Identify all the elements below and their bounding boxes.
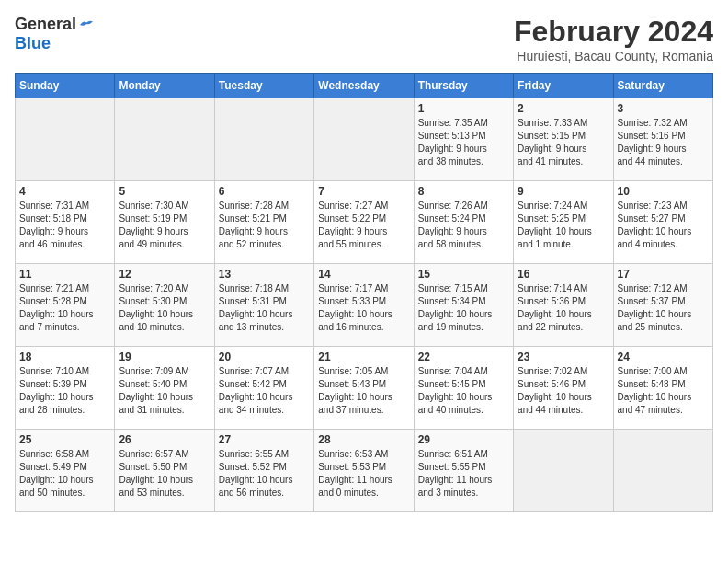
day-number: 24 <box>618 350 709 363</box>
logo: General Blue <box>15 15 95 53</box>
calendar-cell: 10Sunrise: 7:23 AM Sunset: 5:27 PM Dayli… <box>613 181 712 264</box>
calendar-cell: 13Sunrise: 7:18 AM Sunset: 5:31 PM Dayli… <box>214 264 313 347</box>
calendar-cell: 3Sunrise: 7:32 AM Sunset: 5:16 PM Daylig… <box>613 98 712 181</box>
calendar-cell: 9Sunrise: 7:24 AM Sunset: 5:25 PM Daylig… <box>514 181 613 264</box>
weekday-header: Thursday <box>414 74 513 98</box>
day-info: Sunrise: 6:55 AM Sunset: 5:52 PM Dayligh… <box>219 448 310 500</box>
day-number: 26 <box>119 433 210 446</box>
calendar-cell: 11Sunrise: 7:21 AM Sunset: 5:28 PM Dayli… <box>16 264 115 347</box>
day-info: Sunrise: 7:26 AM Sunset: 5:24 PM Dayligh… <box>418 200 509 251</box>
weekday-header: Wednesday <box>314 74 414 98</box>
calendar-title: February 2024 <box>514 15 713 49</box>
calendar-cell <box>214 98 313 181</box>
day-info: Sunrise: 7:21 AM Sunset: 5:28 PM Dayligh… <box>19 282 110 334</box>
day-number: 10 <box>618 185 709 198</box>
day-number: 25 <box>19 433 110 446</box>
calendar-cell: 4Sunrise: 7:31 AM Sunset: 5:18 PM Daylig… <box>16 181 115 264</box>
day-info: Sunrise: 7:35 AM Sunset: 5:13 PM Dayligh… <box>418 117 509 168</box>
calendar-cell: 24Sunrise: 7:00 AM Sunset: 5:48 PM Dayli… <box>613 347 712 430</box>
calendar-cell: 5Sunrise: 7:30 AM Sunset: 5:19 PM Daylig… <box>115 181 214 264</box>
weekday-header: Monday <box>115 74 214 98</box>
day-info: Sunrise: 7:12 AM Sunset: 5:37 PM Dayligh… <box>618 282 709 334</box>
calendar-week-row: 25Sunrise: 6:58 AM Sunset: 5:49 PM Dayli… <box>16 430 713 512</box>
calendar-cell <box>115 98 214 181</box>
calendar-cell: 20Sunrise: 7:07 AM Sunset: 5:42 PM Dayli… <box>214 347 313 430</box>
day-number: 20 <box>219 350 310 363</box>
day-number: 6 <box>219 185 310 198</box>
calendar-week-row: 4Sunrise: 7:31 AM Sunset: 5:18 PM Daylig… <box>16 181 713 264</box>
day-number: 16 <box>518 268 609 281</box>
day-info: Sunrise: 6:57 AM Sunset: 5:50 PM Dayligh… <box>119 448 210 500</box>
day-info: Sunrise: 7:18 AM Sunset: 5:31 PM Dayligh… <box>219 282 310 334</box>
calendar-cell: 17Sunrise: 7:12 AM Sunset: 5:37 PM Dayli… <box>613 264 712 347</box>
day-number: 9 <box>518 185 609 198</box>
calendar-cell: 27Sunrise: 6:55 AM Sunset: 5:52 PM Dayli… <box>214 430 313 512</box>
day-info: Sunrise: 7:07 AM Sunset: 5:42 PM Dayligh… <box>219 365 310 417</box>
calendar-cell: 7Sunrise: 7:27 AM Sunset: 5:22 PM Daylig… <box>314 181 414 264</box>
day-info: Sunrise: 7:20 AM Sunset: 5:30 PM Dayligh… <box>119 282 210 334</box>
day-info: Sunrise: 6:51 AM Sunset: 5:55 PM Dayligh… <box>418 448 509 500</box>
day-number: 17 <box>618 268 709 281</box>
day-number: 15 <box>418 268 509 281</box>
calendar-cell: 22Sunrise: 7:04 AM Sunset: 5:45 PM Dayli… <box>414 347 513 430</box>
day-info: Sunrise: 7:28 AM Sunset: 5:21 PM Dayligh… <box>219 200 310 251</box>
weekday-header: Tuesday <box>214 74 313 98</box>
day-number: 4 <box>19 185 110 198</box>
day-info: Sunrise: 7:27 AM Sunset: 5:22 PM Dayligh… <box>318 200 409 251</box>
calendar-cell: 25Sunrise: 6:58 AM Sunset: 5:49 PM Dayli… <box>16 430 115 512</box>
day-info: Sunrise: 7:14 AM Sunset: 5:36 PM Dayligh… <box>518 282 609 334</box>
day-info: Sunrise: 7:04 AM Sunset: 5:45 PM Dayligh… <box>418 365 509 417</box>
day-info: Sunrise: 7:00 AM Sunset: 5:48 PM Dayligh… <box>618 365 709 417</box>
logo-bird-icon <box>78 18 95 31</box>
day-info: Sunrise: 7:05 AM Sunset: 5:43 PM Dayligh… <box>318 365 409 417</box>
day-number: 22 <box>418 350 509 363</box>
calendar-cell: 28Sunrise: 6:53 AM Sunset: 5:53 PM Dayli… <box>314 430 414 512</box>
day-info: Sunrise: 6:53 AM Sunset: 5:53 PM Dayligh… <box>318 448 409 500</box>
weekday-header: Saturday <box>613 74 712 98</box>
day-number: 5 <box>119 185 210 198</box>
calendar-cell: 1Sunrise: 7:35 AM Sunset: 5:13 PM Daylig… <box>414 98 513 181</box>
day-number: 28 <box>318 433 409 446</box>
day-info: Sunrise: 7:23 AM Sunset: 5:27 PM Dayligh… <box>618 200 709 251</box>
day-info: Sunrise: 7:30 AM Sunset: 5:19 PM Dayligh… <box>119 200 210 251</box>
day-number: 8 <box>418 185 509 198</box>
calendar-cell: 8Sunrise: 7:26 AM Sunset: 5:24 PM Daylig… <box>414 181 513 264</box>
day-number: 12 <box>119 268 210 281</box>
day-info: Sunrise: 7:02 AM Sunset: 5:46 PM Dayligh… <box>518 365 609 417</box>
logo-general-text: General <box>15 15 76 34</box>
logo-blue-text: Blue <box>15 34 51 53</box>
calendar-cell <box>16 98 115 181</box>
calendar-cell <box>314 98 414 181</box>
calendar-table: SundayMondayTuesdayWednesdayThursdayFrid… <box>15 73 713 512</box>
weekday-header: Sunday <box>16 74 115 98</box>
day-number: 18 <box>19 350 110 363</box>
calendar-cell: 21Sunrise: 7:05 AM Sunset: 5:43 PM Dayli… <box>314 347 414 430</box>
day-info: Sunrise: 7:32 AM Sunset: 5:16 PM Dayligh… <box>618 117 709 168</box>
day-number: 19 <box>119 350 210 363</box>
day-number: 27 <box>219 433 310 446</box>
calendar-cell: 29Sunrise: 6:51 AM Sunset: 5:55 PM Dayli… <box>414 430 513 512</box>
calendar-week-row: 1Sunrise: 7:35 AM Sunset: 5:13 PM Daylig… <box>16 98 713 181</box>
day-info: Sunrise: 7:24 AM Sunset: 5:25 PM Dayligh… <box>518 200 609 251</box>
day-number: 29 <box>418 433 509 446</box>
day-info: Sunrise: 7:15 AM Sunset: 5:34 PM Dayligh… <box>418 282 509 334</box>
day-number: 11 <box>19 268 110 281</box>
calendar-cell: 15Sunrise: 7:15 AM Sunset: 5:34 PM Dayli… <box>414 264 513 347</box>
day-info: Sunrise: 7:17 AM Sunset: 5:33 PM Dayligh… <box>318 282 409 334</box>
calendar-week-row: 18Sunrise: 7:10 AM Sunset: 5:39 PM Dayli… <box>16 347 713 430</box>
day-number: 1 <box>418 102 509 115</box>
calendar-week-row: 11Sunrise: 7:21 AM Sunset: 5:28 PM Dayli… <box>16 264 713 347</box>
calendar-cell: 18Sunrise: 7:10 AM Sunset: 5:39 PM Dayli… <box>16 347 115 430</box>
calendar-cell: 12Sunrise: 7:20 AM Sunset: 5:30 PM Dayli… <box>115 264 214 347</box>
title-area: February 2024 Huruiesti, Bacau County, R… <box>514 15 713 63</box>
calendar-cell <box>514 430 613 512</box>
weekday-header-row: SundayMondayTuesdayWednesdayThursdayFrid… <box>16 74 713 98</box>
day-number: 3 <box>618 102 709 115</box>
day-number: 14 <box>318 268 409 281</box>
calendar-header: General Blue February 2024 Huruiesti, Ba… <box>15 15 713 63</box>
day-info: Sunrise: 7:10 AM Sunset: 5:39 PM Dayligh… <box>19 365 110 417</box>
day-number: 7 <box>318 185 409 198</box>
calendar-cell: 23Sunrise: 7:02 AM Sunset: 5:46 PM Dayli… <box>514 347 613 430</box>
day-info: Sunrise: 7:09 AM Sunset: 5:40 PM Dayligh… <box>119 365 210 417</box>
calendar-cell: 26Sunrise: 6:57 AM Sunset: 5:50 PM Dayli… <box>115 430 214 512</box>
